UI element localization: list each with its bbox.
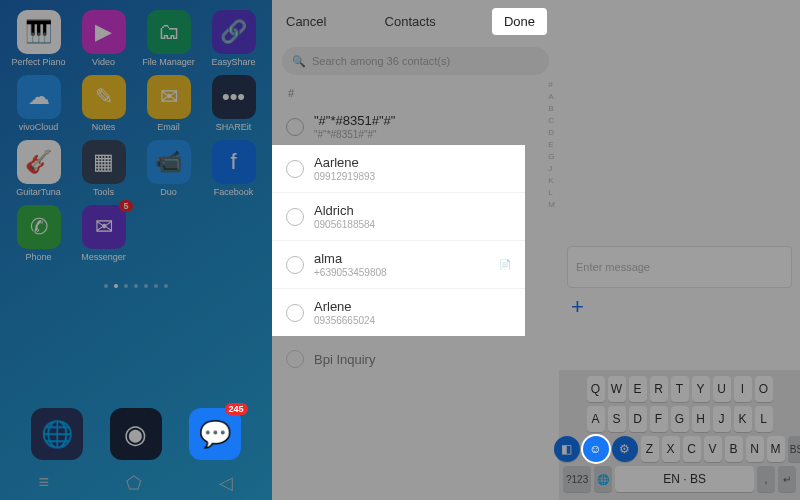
index-letter[interactable]: G — [548, 152, 555, 161]
contact-row[interactable]: Bpi Inquiry — [272, 340, 559, 378]
key-t[interactable]: T — [671, 376, 689, 402]
index-letter[interactable]: A — [548, 92, 555, 101]
index-letter[interactable]: D — [548, 128, 555, 137]
back-button[interactable]: ◁ — [219, 472, 233, 494]
index-letter[interactable]: E — [548, 140, 555, 149]
key-comma[interactable]: , — [757, 466, 775, 492]
app-duo[interactable]: 📹Duo — [138, 140, 199, 197]
key-g[interactable]: G — [671, 406, 689, 432]
select-radio[interactable] — [286, 304, 304, 322]
search-placeholder: Search among 36 contact(s) — [312, 55, 450, 67]
key-q[interactable]: Q — [587, 376, 605, 402]
search-input[interactable]: 🔍 Search among 36 contact(s) — [282, 47, 549, 75]
key-d[interactable]: D — [629, 406, 647, 432]
key-h[interactable]: H — [692, 406, 710, 432]
key-z[interactable]: Z — [641, 436, 659, 462]
index-letter[interactable]: C — [548, 116, 555, 125]
notification-badge: 5 — [119, 200, 132, 212]
key-i[interactable]: I — [734, 376, 752, 402]
kb-settings-icon[interactable]: ⚙ — [612, 436, 638, 462]
app-icon: ▶ — [82, 10, 126, 54]
app-facebook[interactable]: fFacebook — [203, 140, 264, 197]
done-button[interactable]: Done — [494, 10, 545, 33]
contact-number: 09912919893 — [314, 171, 375, 182]
key-u[interactable]: U — [713, 376, 731, 402]
key-v[interactable]: V — [704, 436, 722, 462]
message-input[interactable]: Enter message — [567, 246, 792, 288]
app-label: Notes — [92, 122, 116, 132]
key-globe[interactable]: 🌐 — [594, 466, 612, 492]
key-symbols[interactable]: ?123 — [563, 466, 591, 492]
kb-sticker-icon[interactable]: ◧ — [554, 436, 580, 462]
app-guitartuna[interactable]: 🎸GuitarTuna — [8, 140, 69, 197]
index-letter[interactable]: B — [548, 104, 555, 113]
app-label: Video — [92, 57, 115, 67]
contact-row[interactable]: alma+639053459808📄 — [272, 240, 525, 288]
app-tools[interactable]: ▦Tools — [73, 140, 134, 197]
key-r[interactable]: R — [650, 376, 668, 402]
select-radio[interactable] — [286, 350, 304, 368]
app-messenger[interactable]: ✉5Messenger — [73, 205, 134, 262]
app-icon: ✎ — [82, 75, 126, 119]
app-file-manager[interactable]: 🗂File Manager — [138, 10, 199, 67]
select-radio[interactable] — [286, 160, 304, 178]
contact-row[interactable]: "#"*#8351#"#" "#"*#8351#"#" — [272, 103, 559, 150]
key-l[interactable]: L — [755, 406, 773, 432]
app-notes[interactable]: ✎Notes — [73, 75, 134, 132]
key-k[interactable]: K — [734, 406, 752, 432]
dock-camera[interactable]: ◉ — [110, 408, 162, 460]
app-icon: ✆ — [17, 205, 61, 249]
section-header-hash: # — [272, 85, 559, 103]
home-button[interactable]: ⬠ — [126, 472, 142, 494]
app-label: Tools — [93, 187, 114, 197]
contact-row[interactable]: Arlene09356665024 — [272, 288, 525, 336]
recent-button[interactable]: ≡ — [39, 472, 50, 494]
key-n[interactable]: N — [746, 436, 764, 462]
app-easyshare[interactable]: 🔗EasyShare — [203, 10, 264, 67]
key-c[interactable]: C — [683, 436, 701, 462]
app-vivocloud[interactable]: ☁vivoCloud — [8, 75, 69, 132]
select-radio[interactable] — [286, 118, 304, 136]
select-radio[interactable] — [286, 208, 304, 226]
key-y[interactable]: Y — [692, 376, 710, 402]
app-icon: 🎹 — [17, 10, 61, 54]
index-letter[interactable]: J — [548, 164, 555, 173]
contact-number: 09356665024 — [314, 315, 375, 326]
app-video[interactable]: ▶Video — [73, 10, 134, 67]
key-space[interactable]: EN · BS — [615, 466, 754, 492]
kb-emoji-icon[interactable]: ☺ — [583, 436, 609, 462]
attach-button[interactable]: + — [571, 294, 584, 320]
key-backspace[interactable]: BS — [788, 436, 801, 462]
index-letter[interactable]: L — [548, 188, 555, 197]
contact-number: +639053459808 — [314, 267, 387, 278]
app-perfect-piano[interactable]: 🎹Perfect Piano — [8, 10, 69, 67]
key-s[interactable]: S — [608, 406, 626, 432]
contact-row[interactable]: Aarlene09912919893 — [272, 145, 525, 192]
dock: 🌐◉💬245 — [0, 408, 272, 460]
key-m[interactable]: M — [767, 436, 785, 462]
key-w[interactable]: W — [608, 376, 626, 402]
key-enter[interactable]: ↵ — [778, 466, 796, 492]
contact-number: "#"*#8351#"#" — [314, 129, 395, 140]
key-e[interactable]: E — [629, 376, 647, 402]
contact-row[interactable]: Aldrich09056188584 — [272, 192, 525, 240]
contacts-a-section: Aarlene09912919893Aldrich09056188584alma… — [272, 145, 525, 336]
app-label: Email — [157, 122, 180, 132]
dock-browser[interactable]: 🌐 — [31, 408, 83, 460]
app-email[interactable]: ✉Email — [138, 75, 199, 132]
key-j[interactable]: J — [713, 406, 731, 432]
cancel-button[interactable]: Cancel — [286, 14, 326, 29]
app-shareit[interactable]: •••SHAREit — [203, 75, 264, 132]
select-radio[interactable] — [286, 256, 304, 274]
key-o[interactable]: O — [755, 376, 773, 402]
key-b[interactable]: B — [725, 436, 743, 462]
key-f[interactable]: F — [650, 406, 668, 432]
index-letter[interactable]: K — [548, 176, 555, 185]
index-letter[interactable]: # — [548, 80, 555, 89]
dock-messages[interactable]: 💬245 — [189, 408, 241, 460]
app-phone[interactable]: ✆Phone — [8, 205, 69, 262]
key-x[interactable]: X — [662, 436, 680, 462]
index-letter[interactable]: M — [548, 200, 555, 209]
alpha-index[interactable]: #ABCDEGJKLM — [548, 80, 555, 209]
key-a[interactable]: A — [587, 406, 605, 432]
